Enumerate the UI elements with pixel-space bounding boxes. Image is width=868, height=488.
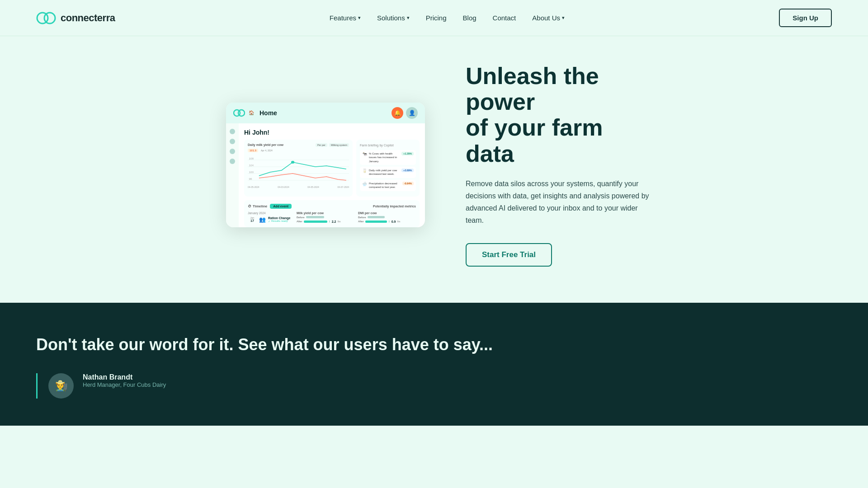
- testimonial-info: Nathan Brandt Herd Manager, Four Cubs Da…: [83, 373, 166, 388]
- signup-button[interactable]: Sign Up: [779, 9, 832, 27]
- briefing-item-1: 🐄 % Cows with health issues has increase…: [360, 150, 416, 165]
- chart-value: 101.5: [248, 149, 258, 152]
- sidebar-dot-1: [230, 129, 235, 134]
- hero-section: 🏠 Home 🔔 👤 Hi John: [0, 36, 868, 303]
- briefing-icon-3: 🌧️: [362, 182, 367, 186]
- dashboard-title: Home: [259, 109, 277, 117]
- nav-links: Features Solutions Pricing Blog Contact …: [330, 14, 565, 22]
- bell-icon: 🔔: [392, 107, 403, 119]
- chart-date-4: 04-07-2024: [337, 186, 349, 188]
- testimonials-section: Don't take our word for it. See what our…: [0, 303, 868, 426]
- dashboard-header: 🏠 Home 🔔 👤: [226, 103, 425, 123]
- timeline-month: January 2024: [248, 211, 293, 215]
- sidebar-dot-2: [230, 139, 235, 144]
- chart-date-1: 04-05-2024: [248, 186, 259, 188]
- briefing-badge-2: +3.89%: [401, 169, 414, 172]
- metric-milk-title: Milk yield per cow: [297, 211, 354, 215]
- start-trial-button[interactable]: Start Free Trial: [466, 243, 552, 267]
- dashboard-content-row: Daily milk yield per cow Per per Milking…: [244, 140, 420, 197]
- navbar: connecterra Features Solutions Pricing B…: [0, 0, 868, 36]
- logo-link[interactable]: connecterra: [36, 10, 115, 26]
- chart-badge-milking: Milking system: [329, 143, 349, 147]
- event-icon: 👥: [259, 216, 266, 223]
- briefing-text-2: Daily milk yield per cow decreased last …: [369, 169, 400, 176]
- metric-after-bar: [304, 221, 327, 223]
- testimonial-role: Herd Manager, Four Cubs Dairy: [83, 381, 166, 388]
- metrics-panel: Milk yield per cow Before After: [297, 211, 416, 224]
- dashboard-body: Hi John! Daily milk yield per cow Per pe…: [226, 123, 425, 227]
- svg-text:96: 96: [249, 178, 252, 180]
- add-event-button[interactable]: Add event: [270, 204, 292, 209]
- briefing-badge-3: -0.64%: [402, 182, 414, 185]
- metric-milk-after-row: After ↑ 2.2 lbs: [297, 220, 354, 224]
- metric-dmi-title: DMI per cow: [358, 211, 416, 215]
- sidebar-dot-4: [230, 159, 235, 164]
- farm-briefing-panel: Farm briefing by Copilot 🐄 % Cows with h…: [356, 140, 420, 197]
- logo-icon: [36, 10, 56, 26]
- svg-text:100: 100: [249, 171, 253, 173]
- dashboard-logo-icon: [233, 108, 245, 117]
- testimonial-avatar: 👨‍🌾: [48, 373, 74, 399]
- metric-dmi-after-label: After: [358, 220, 364, 223]
- briefing-badge-1: +1.35%: [401, 152, 414, 155]
- chart-date: Apr 4, 2024: [261, 149, 273, 152]
- chart-header: Daily milk yield per cow Per per Milking…: [248, 143, 349, 147]
- chart-date-3: 04-05-2024: [307, 186, 319, 188]
- testimonial-card: 👨‍🌾 Nathan Brandt Herd Manager, Four Cub…: [36, 373, 832, 399]
- metric-milk-yield: Milk yield per cow Before After: [297, 211, 354, 224]
- timeline-event-item: Jan 17 👥 Ration Change ✓ Results ready: [248, 216, 293, 223]
- event-info: Ration Change ✓ Results ready: [268, 216, 290, 223]
- metrics-row: Milk yield per cow Before After: [297, 211, 416, 224]
- nav-about[interactable]: About Us: [532, 14, 565, 22]
- metric-dmi-before-bar: [368, 216, 385, 218]
- nav-features[interactable]: Features: [330, 14, 361, 22]
- event-date: Jan 17: [248, 216, 257, 222]
- event-list: January 2024 Jan 17 👥 Ration Change: [248, 211, 293, 224]
- timeline-panel: ⏱ Timeline Add event Potentially impacte…: [244, 200, 420, 227]
- dashboard-sidebar: [226, 123, 239, 227]
- dashboard-header-icons: 🔔 👤: [392, 107, 418, 119]
- dashboard-greeting: Hi John!: [244, 129, 420, 136]
- briefing-icon-1: 🐄: [362, 152, 367, 156]
- chart-area: 108 104 100 96: [248, 153, 349, 185]
- briefing-item-3: 🌧️ Precipitation decreased compared to l…: [360, 180, 416, 191]
- testimonial-name: Nathan Brandt: [83, 373, 166, 381]
- hero-heading: Unleash the power of your farm data: [466, 63, 656, 167]
- metric-after-label: After: [297, 220, 302, 223]
- dashboard-header-left: 🏠 Home: [233, 108, 277, 117]
- metric-before-bar: [306, 216, 324, 218]
- logo-text: connecterra: [61, 12, 115, 24]
- nav-blog[interactable]: Blog: [463, 14, 476, 22]
- metrics-label: Potentially impacted metrics: [373, 205, 416, 208]
- metric-unit-1: lbs: [337, 220, 340, 223]
- event-status: ✓ Results ready: [268, 220, 290, 223]
- briefing-item-2: 🥛 Daily milk yield per cow decreased las…: [360, 167, 416, 178]
- sidebar-dot-3: [230, 149, 235, 154]
- metric-dmi-after-bar: [365, 221, 387, 223]
- chart-title: Daily milk yield per cow: [248, 143, 283, 146]
- metric-arrow-up: ↑: [329, 220, 330, 224]
- chart-badges: Per per Milking system: [316, 143, 349, 147]
- metric-dmi: DMI per cow Before After: [358, 211, 416, 224]
- nav-solutions[interactable]: Solutions: [377, 14, 410, 22]
- event-name: Ration Change: [268, 216, 290, 220]
- briefing-text-1: % Cows with health issues has increased …: [369, 152, 400, 163]
- nav-pricing[interactable]: Pricing: [426, 14, 447, 22]
- chart-date-2: 04-03-2024: [278, 186, 289, 188]
- metric-unit-2: lbs: [397, 220, 400, 223]
- hero-body-text: Remove data silos across your systems, q…: [466, 178, 656, 227]
- metric-dmi-before-row: Before: [358, 216, 416, 219]
- dashboard-card: 🏠 Home 🔔 👤 Hi John: [226, 103, 425, 227]
- briefing-icon-2: 🥛: [362, 169, 367, 173]
- avatar-placeholder: 👨‍🌾: [55, 380, 67, 392]
- timeline-body: January 2024 Jan 17 👥 Ration Change: [248, 211, 416, 224]
- svg-point-1: [44, 13, 55, 23]
- event-day-num: 17: [248, 219, 257, 222]
- metric-dmi-bars: Before After ↑ 0.9: [358, 216, 416, 224]
- hero-text: Unleash the power of your farm data Remo…: [466, 63, 656, 267]
- nav-contact[interactable]: Contact: [493, 14, 516, 22]
- timeline-title: ⏱ Timeline: [248, 204, 267, 208]
- metric-before-label: Before: [297, 216, 305, 219]
- svg-point-3: [238, 110, 245, 116]
- briefing-subtitle: by Copilot: [379, 144, 393, 147]
